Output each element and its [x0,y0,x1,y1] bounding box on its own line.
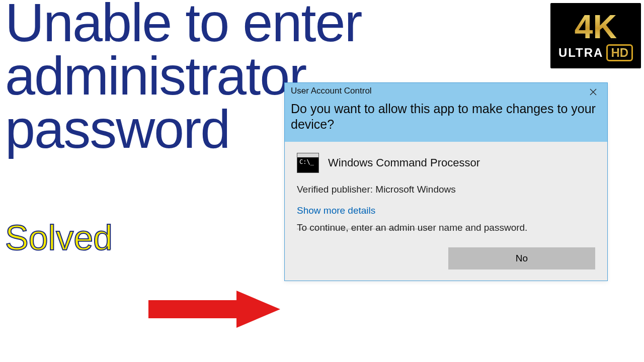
verified-publisher: Verified publisher: Microsoft Windows [297,184,595,195]
uac-body: C:\_ Windows Command Processor Verified … [285,142,607,281]
badge-ultra-text: ULTRA [558,46,604,60]
app-name: Windows Command Processor [328,156,480,169]
badge-4k-text: 4K [575,10,617,43]
close-button[interactable] [583,85,603,99]
headline-line-1: Unable to enter [5,0,362,49]
button-row: No [297,247,595,269]
show-more-details-link[interactable]: Show more details [297,205,375,216]
badge-ultra-row: ULTRA HD [558,44,633,61]
badge-hd-text: HD [606,44,633,61]
app-row: C:\_ Windows Command Processor [297,153,595,173]
command-prompt-icon: C:\_ [297,153,319,173]
uac-dialog: User Account Control Do you want to allo… [284,82,608,281]
uac-header: User Account Control Do you want to allo… [285,83,607,142]
arrow-icon [148,289,282,329]
svg-marker-0 [148,291,280,328]
no-button[interactable]: No [448,247,595,269]
solved-label: Solved [5,218,113,258]
uac-question: Do you want to allow this app to make ch… [291,101,601,133]
close-icon [590,88,597,96]
continue-instruction: To continue, enter an admin user name an… [297,222,595,233]
divider-line [297,229,433,229]
cmd-icon-text: C:\_ [299,158,314,165]
uac-title: User Account Control [291,86,601,96]
resolution-badge: 4K ULTRA HD [550,3,641,68]
